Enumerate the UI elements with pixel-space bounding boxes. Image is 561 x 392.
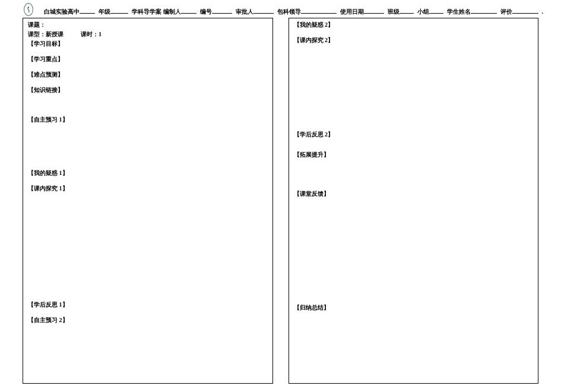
field-underline xyxy=(253,8,274,14)
field-student-name-label: 学生姓名 xyxy=(447,8,471,16)
field-underline xyxy=(512,8,538,14)
section-self-preview-1: 【自主预习 1】 xyxy=(28,116,268,124)
right-panel: 【我的疑惑 2】 【课内探究 2】 【学后反思 2】 【拓展提升】 【课堂反馈】… xyxy=(289,18,539,384)
field-group-label: 小组 xyxy=(417,8,429,16)
school-logo xyxy=(24,3,33,16)
left-panel: 课题： 课型：新授课 课时：1 【学习目标】 【学习重点】 【难点预测】 【知识… xyxy=(23,18,273,384)
type-period-line: 课型：新授课 课时：1 xyxy=(28,30,268,39)
section-in-class-inquiry-2: 【课内探究 2】 xyxy=(294,36,534,44)
trailing-dot: . xyxy=(542,8,544,15)
svg-point-0 xyxy=(28,7,29,8)
field-dept-leader-label: 包科领导 xyxy=(277,8,301,16)
field-use-date-label: 使用日期 xyxy=(340,8,364,16)
field-underline xyxy=(471,8,497,14)
field-underline xyxy=(301,8,337,14)
field-number-label: 编号 xyxy=(200,8,212,16)
section-learning-focus: 【学习重点】 xyxy=(28,55,268,63)
field-underline xyxy=(212,8,232,14)
section-classroom-feedback: 【课堂反馈】 xyxy=(294,190,534,198)
section-my-doubts-1: 【我的疑惑 1】 xyxy=(28,169,268,177)
type-value: 新授课 xyxy=(46,31,64,37)
field-subject-author-label: 学科导学案 编制人 xyxy=(132,8,181,16)
header-fields: 白城实验高中 年级 学科导学案 编制人 编号 审批人 包科领导 使用日期 班级 xyxy=(44,8,543,16)
section-in-class-inquiry-1: 【课内探究 1】 xyxy=(28,184,268,193)
type-label: 课型： xyxy=(28,31,46,37)
section-my-doubts-2: 【我的疑惑 2】 xyxy=(294,21,534,29)
field-approver-label: 审批人 xyxy=(236,8,253,16)
field-evaluation-label: 评价 xyxy=(500,8,512,16)
section-knowledge-link: 【知识链接】 xyxy=(28,86,268,94)
field-underline xyxy=(429,8,443,14)
section-summary: 【归纳总结】 xyxy=(294,304,534,312)
field-underline xyxy=(80,8,95,14)
section-learning-goals: 【学习目标】 xyxy=(28,40,268,48)
section-difficulty-prediction: 【难点预测】 xyxy=(28,71,268,79)
field-underline xyxy=(110,8,128,14)
period-value: 1 xyxy=(99,31,102,37)
section-post-reflection-2: 【学后反思 2】 xyxy=(294,130,534,139)
field-class-label: 班级 xyxy=(388,8,400,16)
content-area: 课题： 课型：新授课 课时：1 【学习目标】 【学习重点】 【难点预测】 【知识… xyxy=(0,18,561,390)
topic-label: 课题： xyxy=(28,21,46,28)
section-post-reflection-1: 【学后反思 1】 xyxy=(28,301,268,309)
field-underline xyxy=(400,8,414,14)
period-label: 课时： xyxy=(81,31,99,37)
school-name: 白城实验高中 xyxy=(44,8,80,16)
field-underline xyxy=(364,8,384,14)
field-underline xyxy=(181,8,196,14)
topic-line: 课题： xyxy=(28,21,268,29)
section-self-preview-2: 【自主预习 2】 xyxy=(28,316,268,324)
field-grade-label: 年级 xyxy=(99,8,110,16)
header-row: 白城实验高中 年级 学科导学案 编制人 编号 审批人 包科领导 使用日期 班级 xyxy=(0,0,561,18)
section-extension: 【拓展提升】 xyxy=(294,151,534,159)
